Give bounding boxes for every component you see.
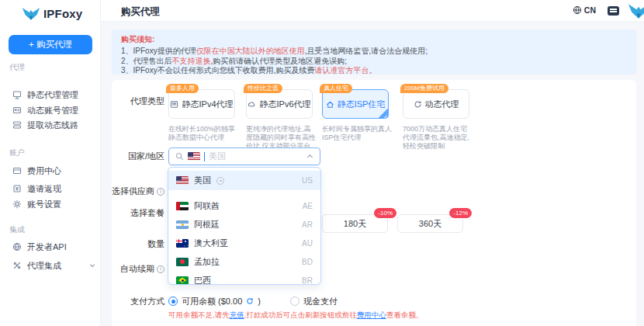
search-icon — [175, 152, 184, 161]
dynamic-icon — [414, 100, 422, 109]
sidebar-section-integration: 集成 — [9, 224, 25, 235]
monitor-icon — [12, 90, 22, 99]
plan-360-discount-badge: -12% — [449, 208, 472, 218]
globe-icon — [573, 5, 582, 15]
sidebar-section-account: 账户 — [9, 147, 25, 158]
extract-lines-icon — [12, 120, 22, 130]
brand-name: IPFoxy — [43, 7, 82, 20]
type-desc-ipv4: 在线时长100%的独享静态数据中心代理 — [168, 125, 238, 142]
flag-br-icon — [176, 276, 189, 285]
autorenew-label: 自动续期i — [112, 263, 164, 275]
supplier-label: 选择供应商i — [112, 186, 164, 197]
country-label: 国家/地区 — [112, 151, 164, 162]
radio-selected-icon — [168, 297, 178, 306]
recharge-link[interactable]: 充值 — [230, 310, 244, 319]
purchase-notice: 购买须知: 1、IPFoxy提供的代理仅限在中国大陆以外的地区使用,且受当地网络… — [112, 29, 636, 75]
payment-option-balance[interactable]: 可用余额 ($0.00 ) — [168, 296, 261, 307]
message-icon[interactable] — [608, 6, 619, 16]
check-icon — [377, 107, 389, 119]
flag-bd-icon — [176, 258, 189, 266]
language-label: CN — [584, 5, 596, 15]
selected-country-flag — [188, 152, 200, 161]
refresh-icon[interactable] — [246, 297, 254, 305]
radio-unselected-icon — [290, 297, 299, 306]
gear-icon — [12, 199, 22, 209]
billing-center-link[interactable]: 费用中心 — [357, 310, 386, 319]
plan-180-card[interactable]: 180天 -10% — [322, 214, 388, 233]
fox-avatar-icon — [628, 2, 644, 19]
flag-ae-icon — [176, 202, 189, 210]
ipv6-icon — [248, 100, 256, 109]
purchase-form-panel: 代理类型 最多人用 静态IPv4代理 在线时长100%的独享静态数据中心代理 性… — [112, 80, 636, 326]
user-avatar[interactable] — [628, 2, 644, 21]
payment-options: 可用余额 ($0.00 ) 现金支付 — [168, 296, 338, 307]
balance-warning: 可用余额不足,请先充值,打款成功后可点击刷新按钮或前往费用中心查看余额。 — [168, 310, 423, 321]
notice-title: 购买须知: — [121, 34, 627, 45]
type-badge-1: 最多人用 — [166, 84, 199, 93]
country-option-bd[interactable]: 孟加拉 BD — [168, 252, 320, 271]
sidebar-item-static-proxy[interactable]: 静态代理管理 — [12, 88, 95, 101]
type-card-ipv6[interactable]: 静态IPv6代理 — [246, 89, 313, 119]
content-area: 购买须知: 1、IPFoxy提供的代理仅限在中国大陆以外的地区使用,且受当地网络… — [101, 22, 644, 326]
buy-proxy-button[interactable]: + 购买代理 — [9, 35, 92, 54]
type-desc-isp: 长时间专属独享的真人ISP住宅代理 — [322, 125, 392, 142]
flag-ar-icon — [176, 220, 189, 229]
flag-au-icon — [176, 239, 189, 248]
type-card-ipv4[interactable]: 静态IPv4代理 — [168, 89, 235, 119]
sidebar-section-proxy: 代理 — [9, 62, 25, 73]
country-option-ae[interactable]: 阿联酋 AE — [168, 196, 320, 215]
quantity-label: 数量 — [112, 238, 164, 250]
country-option-ar[interactable]: 阿根廷 AR — [168, 215, 320, 234]
info-icon[interactable]: i — [157, 265, 164, 273]
type-badge-3: 真人住宅 — [320, 84, 352, 93]
language-switcher[interactable]: CN — [573, 5, 596, 15]
country-option-au[interactable]: 澳大利亚 AU — [168, 234, 320, 252]
type-card-isp[interactable]: 静态ISP住宅 — [322, 89, 389, 119]
sidebar: IPFoxy + 购买代理 代理 静态代理管理 动态账号管理 提取动态线路 账户… — [0, 0, 101, 326]
integration-icon — [12, 261, 22, 270]
wallet-icon — [12, 166, 22, 175]
fox-logo-icon — [22, 6, 40, 21]
chevron-down-icon — [89, 262, 95, 269]
cashback-icon — [12, 184, 22, 193]
type-badge-4: 200M免费试用 — [400, 84, 448, 93]
sidebar-item-invite-cashback[interactable]: 邀请返现 — [12, 182, 95, 195]
buy-proxy-page: IPFoxy + 购买代理 代理 静态代理管理 动态账号管理 提取动态线路 账户… — [0, 0, 644, 326]
notice-line-1: 1、IPFoxy提供的代理仅限在中国大陆以外的地区使用,且受当地网络监管,请合法… — [121, 47, 627, 57]
country-dropdown: 美国 US 阿联酋 AE 阿根廷 AR 澳大利亚 AU — [168, 167, 321, 285]
sidebar-item-developer-api[interactable]: 开发者API — [12, 241, 95, 253]
country-info-icon — [216, 177, 224, 185]
country-placeholder: 美国 — [209, 151, 226, 162]
payment-option-cash[interactable]: 现金支付 — [290, 296, 338, 307]
proxy-type-label: 代理类型 — [112, 95, 164, 107]
chevron-up-icon[interactable] — [306, 153, 313, 160]
flag-us-icon — [176, 176, 189, 185]
country-select-input[interactable]: 美国 — [168, 147, 320, 165]
sidebar-item-extract-lines[interactable]: 提取动态线路 — [12, 119, 95, 131]
sidebar-item-account-settings[interactable]: 账号设置 — [12, 198, 95, 210]
type-card-dynamic[interactable]: 动态代理 — [403, 89, 469, 119]
sidebar-item-billing-center[interactable]: 费用中心 — [12, 165, 95, 177]
notice-line-3: 3、IPFoxy不会以任何形式向您线下收取费用,购买及续费请认准官方平台。 — [121, 66, 627, 76]
topbar: 购买代理 CN — [101, 0, 644, 22]
plan-180-discount-badge: -10% — [374, 208, 396, 218]
type-badge-2: 性价比之选 — [244, 84, 282, 93]
country-option-br[interactable]: 巴西 BR — [168, 271, 320, 285]
sidebar-item-proxy-integration[interactable]: 代理集成 — [12, 259, 95, 272]
info-icon[interactable]: i — [157, 188, 164, 196]
country-option-us[interactable]: 美国 US — [168, 171, 320, 190]
plan-label: 选择套餐 — [112, 207, 164, 219]
ipv4-icon — [170, 100, 178, 109]
notice-line-2: 2、代理售出后不支持退换,购买前请确认代理类型及地区避免误购; — [121, 57, 627, 67]
text-cursor — [204, 152, 205, 161]
id-card-icon — [12, 106, 22, 115]
brand-logo[interactable]: IPFoxy — [22, 6, 82, 21]
plan-360-card[interactable]: 360天 -12% — [397, 214, 463, 233]
payment-label: 支付方式 — [112, 296, 164, 307]
type-desc-dynamic: 7000万动态真人住宅代理流量包,高速稳定,轻松突破限制 — [403, 125, 473, 151]
home-icon — [326, 100, 334, 109]
api-globe-icon — [12, 242, 22, 251]
sidebar-item-dynamic-account[interactable]: 动态账号管理 — [12, 104, 95, 116]
page-title: 购买代理 — [121, 5, 160, 19]
